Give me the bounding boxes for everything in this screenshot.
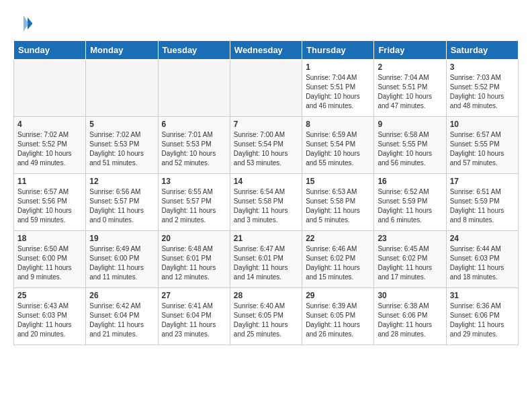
day-info: Sunrise: 6:59 AM Sunset: 5:54 PM Dayligh… <box>306 130 370 168</box>
day-number: 27 <box>162 291 226 300</box>
day-number: 21 <box>234 234 298 243</box>
calendar-cell: 22Sunrise: 6:46 AM Sunset: 6:02 PM Dayli… <box>302 231 374 288</box>
calendar-cell: 9Sunrise: 6:58 AM Sunset: 5:55 PM Daylig… <box>374 117 446 174</box>
calendar-cell <box>86 60 158 117</box>
calendar-cell: 25Sunrise: 6:43 AM Sunset: 6:03 PM Dayli… <box>14 288 86 345</box>
day-info: Sunrise: 6:43 AM Sunset: 6:03 PM Dayligh… <box>17 302 82 339</box>
day-info: Sunrise: 7:00 AM Sunset: 5:54 PM Dayligh… <box>234 130 298 168</box>
day-info: Sunrise: 6:36 AM Sunset: 6:06 PM Dayligh… <box>450 302 515 339</box>
calendar-cell: 28Sunrise: 6:40 AM Sunset: 6:05 PM Dayli… <box>230 288 302 345</box>
calendar-cell: 23Sunrise: 6:45 AM Sunset: 6:02 PM Dayli… <box>374 231 446 288</box>
calendar-cell: 13Sunrise: 6:55 AM Sunset: 5:57 PM Dayli… <box>158 174 230 231</box>
day-number: 11 <box>17 177 82 186</box>
day-number: 5 <box>89 120 154 129</box>
day-number: 31 <box>450 291 515 300</box>
day-info: Sunrise: 6:57 AM Sunset: 5:56 PM Dayligh… <box>17 187 82 225</box>
day-info: Sunrise: 6:40 AM Sunset: 6:05 PM Dayligh… <box>234 302 298 339</box>
weekday-header-saturday: Saturday <box>446 41 518 60</box>
day-info: Sunrise: 6:51 AM Sunset: 5:59 PM Dayligh… <box>450 187 515 225</box>
day-info: Sunrise: 6:41 AM Sunset: 6:04 PM Dayligh… <box>162 302 226 339</box>
day-info: Sunrise: 7:04 AM Sunset: 5:51 PM Dayligh… <box>378 73 442 111</box>
calendar-cell <box>14 60 86 117</box>
day-number: 19 <box>89 234 154 243</box>
calendar-week-1: 1Sunrise: 7:04 AM Sunset: 5:51 PM Daylig… <box>14 60 519 117</box>
day-info: Sunrise: 6:58 AM Sunset: 5:55 PM Dayligh… <box>378 130 442 168</box>
calendar-cell: 3Sunrise: 7:03 AM Sunset: 5:52 PM Daylig… <box>446 60 518 117</box>
calendar-header-row: SundayMondayTuesdayWednesdayThursdayFrid… <box>14 41 519 60</box>
weekday-header-friday: Friday <box>374 41 446 60</box>
day-info: Sunrise: 7:04 AM Sunset: 5:51 PM Dayligh… <box>306 73 370 111</box>
day-info: Sunrise: 7:02 AM Sunset: 5:52 PM Dayligh… <box>17 130 82 168</box>
day-number: 14 <box>234 177 298 186</box>
day-info: Sunrise: 6:50 AM Sunset: 6:00 PM Dayligh… <box>17 244 82 282</box>
calendar-cell: 19Sunrise: 6:49 AM Sunset: 6:00 PM Dayli… <box>86 231 158 288</box>
day-number: 29 <box>306 291 370 300</box>
day-info: Sunrise: 6:53 AM Sunset: 5:58 PM Dayligh… <box>306 187 370 225</box>
calendar-cell: 26Sunrise: 6:42 AM Sunset: 6:04 PM Dayli… <box>86 288 158 345</box>
calendar-cell: 2Sunrise: 7:04 AM Sunset: 5:51 PM Daylig… <box>374 60 446 117</box>
calendar-cell: 10Sunrise: 6:57 AM Sunset: 5:55 PM Dayli… <box>446 117 518 174</box>
day-number: 18 <box>17 234 82 243</box>
calendar-week-5: 25Sunrise: 6:43 AM Sunset: 6:03 PM Dayli… <box>14 288 519 345</box>
day-number: 13 <box>162 177 226 186</box>
day-info: Sunrise: 7:03 AM Sunset: 5:52 PM Dayligh… <box>450 73 515 111</box>
calendar-cell: 12Sunrise: 6:56 AM Sunset: 5:57 PM Dayli… <box>86 174 158 231</box>
calendar-cell: 16Sunrise: 6:52 AM Sunset: 5:59 PM Dayli… <box>374 174 446 231</box>
day-info: Sunrise: 6:52 AM Sunset: 5:59 PM Dayligh… <box>378 187 442 225</box>
calendar-cell: 14Sunrise: 6:54 AM Sunset: 5:58 PM Dayli… <box>230 174 302 231</box>
day-info: Sunrise: 6:38 AM Sunset: 6:06 PM Dayligh… <box>378 302 442 339</box>
calendar-week-3: 11Sunrise: 6:57 AM Sunset: 5:56 PM Dayli… <box>14 174 519 231</box>
calendar-cell: 29Sunrise: 6:39 AM Sunset: 6:05 PM Dayli… <box>302 288 374 345</box>
day-info: Sunrise: 6:44 AM Sunset: 6:03 PM Dayligh… <box>450 244 515 282</box>
day-info: Sunrise: 6:46 AM Sunset: 6:02 PM Dayligh… <box>306 244 370 282</box>
day-info: Sunrise: 6:45 AM Sunset: 6:02 PM Dayligh… <box>378 244 442 282</box>
day-number: 16 <box>378 177 442 186</box>
calendar-cell <box>158 60 230 117</box>
day-number: 23 <box>378 234 442 243</box>
calendar-cell: 4Sunrise: 7:02 AM Sunset: 5:52 PM Daylig… <box>14 117 86 174</box>
day-info: Sunrise: 6:42 AM Sunset: 6:04 PM Dayligh… <box>89 302 154 339</box>
day-number: 7 <box>234 120 298 129</box>
weekday-header-monday: Monday <box>86 41 158 60</box>
day-number: 30 <box>378 291 442 300</box>
day-number: 15 <box>306 177 370 186</box>
day-info: Sunrise: 6:54 AM Sunset: 5:58 PM Dayligh… <box>234 187 298 225</box>
calendar-cell: 5Sunrise: 7:02 AM Sunset: 5:53 PM Daylig… <box>86 117 158 174</box>
calendar-cell: 7Sunrise: 7:00 AM Sunset: 5:54 PM Daylig… <box>230 117 302 174</box>
calendar-cell: 30Sunrise: 6:38 AM Sunset: 6:06 PM Dayli… <box>374 288 446 345</box>
page-header <box>13 13 519 34</box>
day-number: 22 <box>306 234 370 243</box>
calendar-cell <box>230 60 302 117</box>
calendar-cell: 21Sunrise: 6:47 AM Sunset: 6:01 PM Dayli… <box>230 231 302 288</box>
day-number: 4 <box>17 120 82 129</box>
day-number: 2 <box>378 62 442 72</box>
day-info: Sunrise: 7:02 AM Sunset: 5:53 PM Dayligh… <box>89 130 154 168</box>
calendar-cell: 18Sunrise: 6:50 AM Sunset: 6:00 PM Dayli… <box>14 231 86 288</box>
day-info: Sunrise: 6:55 AM Sunset: 5:57 PM Dayligh… <box>162 187 226 225</box>
day-info: Sunrise: 6:48 AM Sunset: 6:01 PM Dayligh… <box>162 244 226 282</box>
day-number: 28 <box>234 291 298 300</box>
calendar-cell: 8Sunrise: 6:59 AM Sunset: 5:54 PM Daylig… <box>302 117 374 174</box>
day-info: Sunrise: 6:57 AM Sunset: 5:55 PM Dayligh… <box>450 130 515 168</box>
day-number: 17 <box>450 177 515 186</box>
day-number: 6 <box>162 120 226 129</box>
calendar-cell: 24Sunrise: 6:44 AM Sunset: 6:03 PM Dayli… <box>446 231 518 288</box>
logo-icon <box>13 13 34 34</box>
day-number: 1 <box>306 62 370 72</box>
calendar-cell: 27Sunrise: 6:41 AM Sunset: 6:04 PM Dayli… <box>158 288 230 345</box>
day-number: 3 <box>450 62 515 72</box>
weekday-header-tuesday: Tuesday <box>158 41 230 60</box>
day-info: Sunrise: 6:47 AM Sunset: 6:01 PM Dayligh… <box>234 244 298 282</box>
calendar-cell: 15Sunrise: 6:53 AM Sunset: 5:58 PM Dayli… <box>302 174 374 231</box>
calendar-cell: 31Sunrise: 6:36 AM Sunset: 6:06 PM Dayli… <box>446 288 518 345</box>
weekday-header-thursday: Thursday <box>302 41 374 60</box>
calendar-cell: 1Sunrise: 7:04 AM Sunset: 5:51 PM Daylig… <box>302 60 374 117</box>
calendar-cell: 17Sunrise: 6:51 AM Sunset: 5:59 PM Dayli… <box>446 174 518 231</box>
calendar-week-2: 4Sunrise: 7:02 AM Sunset: 5:52 PM Daylig… <box>14 117 519 174</box>
logo <box>13 13 36 34</box>
day-number: 9 <box>378 120 442 129</box>
day-number: 25 <box>17 291 82 300</box>
day-info: Sunrise: 7:01 AM Sunset: 5:53 PM Dayligh… <box>162 130 226 168</box>
calendar-cell: 20Sunrise: 6:48 AM Sunset: 6:01 PM Dayli… <box>158 231 230 288</box>
day-info: Sunrise: 6:56 AM Sunset: 5:57 PM Dayligh… <box>89 187 154 225</box>
